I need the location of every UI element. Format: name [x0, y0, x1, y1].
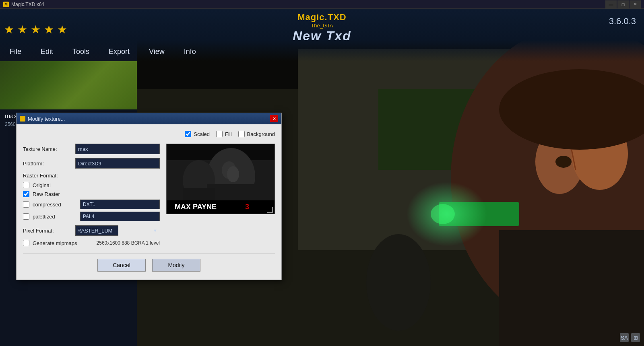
modify-button[interactable]: Modify — [152, 259, 200, 272]
texture-name-input[interactable] — [75, 144, 160, 154]
pixel-format-wrapper: RASTER_LUM RASTER_BGRA RASTER_RGB RASTER… — [75, 225, 160, 236]
palettized-row: palettized — [23, 212, 160, 221]
compressed-row: compressed — [23, 200, 160, 209]
scaled-checkbox[interactable] — [185, 131, 191, 137]
texture-name-label: Texture Name: — [23, 146, 75, 152]
scaled-checkbox-group[interactable]: Scaled — [185, 131, 210, 137]
mipmaps-row: Generate mipmaps 2560x1600 888 BGRA 1 le… — [23, 240, 160, 246]
close-button[interactable]: ✕ — [630, 0, 641, 8]
modal-overlay: Modify texture... ✕ Scaled Fill — [0, 9, 644, 346]
mipmaps-label: Generate mipmaps — [33, 240, 77, 246]
scaled-label: Scaled — [194, 131, 210, 137]
platform-label: Platform: — [23, 161, 75, 167]
pixel-format-row: Pixel Format: RASTER_LUM RASTER_BGRA RAS… — [23, 225, 160, 236]
palettized-label: palettized — [33, 214, 77, 220]
modal-content: Scaled Fill Background T — [17, 124, 281, 280]
fill-checkbox[interactable] — [216, 131, 223, 137]
platform-input[interactable] — [75, 158, 160, 169]
dropdown-arrow-icon: ▼ — [153, 228, 157, 233]
palettized-checkbox[interactable] — [23, 213, 29, 220]
background-label: Background — [247, 131, 275, 137]
modal-close-button[interactable]: ✕ — [270, 115, 278, 122]
background-checkbox-group[interactable]: Background — [238, 131, 275, 137]
mipmaps-info: 2560x1600 888 BGRA 1 level — [97, 240, 160, 246]
modal-right: MAX PAYNE 3 — [166, 144, 275, 250]
thumbnail-image: MAX PAYNE 3 — [167, 144, 275, 214]
fill-checkbox-group[interactable]: Fill — [216, 131, 232, 137]
platform-row: Platform: — [23, 158, 160, 169]
modal-buttons: Cancel Modify — [23, 253, 275, 273]
modal-titlebar: Modify texture... ✕ — [17, 113, 281, 124]
modal-top-row: Scaled Fill Background — [23, 131, 275, 137]
main-area: max 2560x1600 888 BGRA 1 level — [0, 9, 644, 346]
palettized-input[interactable] — [80, 212, 160, 221]
raw-raster-row: Raw Raster — [23, 191, 160, 197]
raster-section: Raster Format: Original Raw Raster — [23, 173, 160, 221]
modal-icon — [20, 116, 25, 122]
texture-thumbnail: MAX PAYNE 3 — [166, 144, 275, 214]
svg-text:MAX PAYNE: MAX PAYNE — [175, 203, 217, 211]
original-label: Original — [33, 182, 77, 188]
svg-point-27 — [227, 166, 239, 182]
compressed-checkbox[interactable] — [23, 201, 29, 208]
modal-main: Texture Name: Platform: Raster Format: — [23, 144, 275, 250]
raw-raster-checkbox[interactable] — [23, 191, 29, 197]
raster-format-label: Raster Format: — [23, 173, 160, 179]
titlebar: M Magic.TXD x64 — □ ✕ — [0, 0, 644, 9]
background-checkbox[interactable] — [238, 131, 245, 137]
cancel-button[interactable]: Cancel — [97, 259, 146, 272]
compressed-input[interactable] — [80, 200, 160, 209]
original-row: Original — [23, 182, 160, 188]
pixel-format-label: Pixel Format: — [23, 228, 75, 234]
thumb-resize-corner — [267, 207, 273, 213]
compressed-label: compressed — [33, 202, 77, 208]
texture-name-row: Texture Name: — [23, 144, 160, 154]
modal-left: Texture Name: Platform: Raster Format: — [23, 144, 160, 250]
app-icon: M — [3, 2, 9, 7]
fill-label: Fill — [225, 131, 232, 137]
maximize-button[interactable]: □ — [617, 0, 629, 8]
original-checkbox[interactable] — [23, 182, 29, 188]
modal-title: Modify texture... — [28, 116, 65, 122]
generate-mipmaps-checkbox[interactable] — [23, 240, 29, 246]
titlebar-controls: — □ ✕ — [605, 0, 641, 8]
pixel-format-select[interactable]: RASTER_LUM RASTER_BGRA RASTER_RGB RASTER… — [75, 225, 118, 236]
raw-raster-label: Raw Raster — [33, 191, 77, 197]
minimize-button[interactable]: — — [605, 0, 617, 8]
titlebar-left: M Magic.TXD x64 — [3, 2, 44, 7]
modify-texture-dialog: Modify texture... ✕ Scaled Fill — [16, 113, 282, 280]
titlebar-title: Magic.TXD x64 — [11, 2, 44, 7]
svg-text:3: 3 — [245, 203, 249, 211]
modal-titlebar-left: Modify texture... — [20, 116, 65, 122]
